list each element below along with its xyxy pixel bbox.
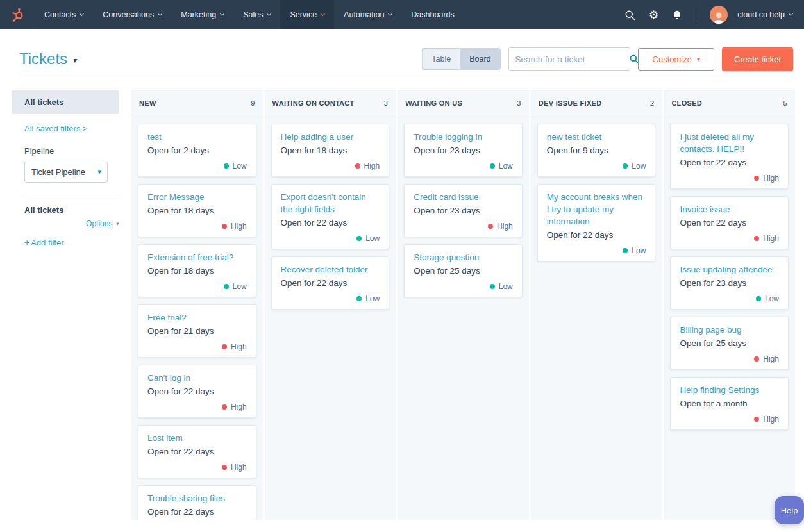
ticket-card[interactable]: Trouble sharing filesOpen for 22 daysHig… bbox=[138, 485, 256, 520]
ticket-title-link[interactable]: Credit card issue bbox=[414, 191, 513, 203]
search-input[interactable] bbox=[515, 54, 629, 64]
board-view-button[interactable]: Board bbox=[460, 49, 499, 69]
ticket-card[interactable]: Billing page bugOpen for 25 daysHigh bbox=[670, 317, 789, 370]
table-view-button[interactable]: Table bbox=[423, 49, 460, 69]
priority-dot-icon bbox=[224, 163, 229, 169]
nav-item-sales[interactable]: Sales bbox=[233, 0, 280, 29]
column-header: WAITING ON US3 bbox=[398, 91, 529, 115]
help-button[interactable]: Help bbox=[775, 496, 804, 524]
ticket-priority: Low bbox=[623, 246, 646, 255]
priority-dot-icon bbox=[754, 356, 759, 362]
ticket-title-link[interactable]: I just deleted all my contacts. HELP!! bbox=[680, 131, 779, 155]
board-column-dev-issue-fixed: DEV ISSUE FIXED2new test ticketOpen for … bbox=[531, 90, 662, 520]
column-name: WAITING ON US bbox=[405, 99, 462, 107]
column-header: CLOSED5 bbox=[664, 91, 795, 115]
customize-button[interactable]: Customize bbox=[638, 48, 714, 71]
ticket-title-link[interactable]: Help adding a user bbox=[281, 131, 380, 143]
priority-label: Low bbox=[365, 294, 380, 303]
ticket-title-link[interactable]: Lost item bbox=[147, 432, 247, 444]
ticket-title-link[interactable]: Billing page bug bbox=[680, 324, 779, 336]
hubspot-logo-icon[interactable] bbox=[0, 8, 35, 22]
ticket-open-duration: Open for 18 days bbox=[281, 144, 380, 156]
ticket-title-link[interactable]: Error Message bbox=[147, 191, 247, 203]
ticket-card[interactable]: new test ticketOpen for 9 daysLow bbox=[537, 124, 656, 177]
ticket-card[interactable]: Lost itemOpen for 22 daysHigh bbox=[138, 425, 256, 478]
ticket-card[interactable]: Storage questionOpen for 25 daysLow bbox=[404, 244, 523, 297]
account-menu[interactable]: cloud co help bbox=[737, 10, 792, 19]
priority-label: High bbox=[364, 162, 380, 170]
ticket-priority: High bbox=[222, 463, 247, 472]
page-title-dropdown[interactable]: Tickets bbox=[19, 50, 76, 68]
ticket-card[interactable]: Free trial?Open for 21 daysHigh bbox=[138, 304, 256, 358]
add-filter-link[interactable]: + Add filter bbox=[24, 237, 119, 247]
priority-label: Low bbox=[632, 162, 646, 170]
ticket-title-link[interactable]: Issue updating attendee bbox=[680, 263, 779, 276]
ticket-open-duration: Open for 22 days bbox=[547, 229, 646, 241]
settings-gear-icon[interactable]: ⚙ bbox=[649, 10, 658, 21]
pipeline-label: Pipeline bbox=[24, 146, 119, 156]
ticket-open-duration: Open for 25 days bbox=[680, 337, 779, 349]
ticket-card[interactable]: I just deleted all my contacts. HELP!!Op… bbox=[670, 124, 789, 189]
nav-item-dashboards[interactable]: Dashboards bbox=[401, 0, 464, 29]
priority-dot-icon bbox=[490, 163, 495, 169]
ticket-priority: High bbox=[222, 222, 247, 231]
column-count: 2 bbox=[650, 99, 654, 107]
all-saved-filters-link[interactable]: All saved filters > bbox=[24, 124, 119, 133]
ticket-title-link[interactable]: Storage question bbox=[414, 251, 513, 263]
ticket-card[interactable]: Trouble logging inOpen for 23 daysLow bbox=[404, 124, 523, 177]
ticket-card[interactable]: testOpen for 2 daysLow bbox=[138, 124, 256, 177]
ticket-card[interactable]: Help finding SettingsOpen for a monthHig… bbox=[670, 377, 789, 430]
pipeline-select[interactable]: Ticket Pipeline bbox=[24, 162, 108, 183]
ticket-card[interactable]: Export doesn't contain the right fieldsO… bbox=[271, 184, 390, 249]
sidebar-item-all-tickets[interactable]: All tickets bbox=[12, 90, 119, 114]
priority-label: High bbox=[763, 234, 779, 243]
filter-group-title: All tickets bbox=[24, 205, 119, 215]
ticket-priority: Low bbox=[756, 294, 779, 303]
ticket-card[interactable]: Issue updating attendeeOpen for 23 daysL… bbox=[670, 256, 789, 310]
create-ticket-button[interactable]: Create ticket bbox=[722, 47, 793, 71]
board-column-waiting-on-us: WAITING ON US3Trouble logging inOpen for… bbox=[398, 90, 529, 520]
ticket-title-link[interactable]: Help finding Settings bbox=[680, 384, 779, 396]
priority-dot-icon bbox=[754, 176, 759, 181]
ticket-card[interactable]: Extension of free trial?Open for 18 days… bbox=[138, 244, 256, 297]
ticket-card[interactable]: Help adding a userOpen for 18 daysHigh bbox=[271, 124, 390, 177]
priority-label: Low bbox=[233, 282, 247, 291]
nav-item-conversations[interactable]: Conversations bbox=[93, 0, 171, 29]
ticket-card[interactable]: Credit card issueOpen for 23 daysHigh bbox=[404, 184, 523, 237]
ticket-priority: Low bbox=[623, 162, 646, 170]
nav-item-contacts[interactable]: Contacts bbox=[35, 0, 93, 29]
top-nav: ContactsConversationsMarketingSalesServi… bbox=[0, 0, 804, 29]
priority-dot-icon bbox=[355, 163, 360, 169]
ticket-title-link[interactable]: Trouble logging in bbox=[414, 131, 513, 143]
column-cards: I just deleted all my contacts. HELP!!Op… bbox=[664, 115, 795, 438]
nav-item-automation[interactable]: Automation bbox=[334, 0, 401, 29]
priority-dot-icon bbox=[488, 224, 493, 229]
ticket-title-link[interactable]: Extension of free trial? bbox=[147, 251, 247, 263]
ticket-title-link[interactable]: Can't log in bbox=[147, 372, 247, 384]
ticket-card[interactable]: Can't log inOpen for 22 daysHigh bbox=[138, 365, 256, 418]
column-count: 3 bbox=[384, 99, 388, 107]
ticket-title-link[interactable]: Free trial? bbox=[147, 312, 247, 324]
user-avatar[interactable] bbox=[710, 6, 728, 24]
ticket-title-link[interactable]: new test ticket bbox=[547, 131, 646, 143]
ticket-title-link[interactable]: test bbox=[147, 131, 247, 143]
priority-dot-icon bbox=[222, 224, 227, 229]
ticket-title-link[interactable]: Recover deleted folder bbox=[281, 263, 380, 276]
ticket-card[interactable]: Invoice issueOpen for 22 daysHigh bbox=[670, 196, 789, 249]
column-name: WAITING ON CONTACT bbox=[272, 99, 355, 107]
notifications-bell-icon[interactable] bbox=[672, 10, 682, 21]
options-dropdown[interactable]: Options bbox=[86, 219, 119, 228]
priority-label: High bbox=[231, 463, 247, 472]
ticket-card[interactable]: Error MessageOpen for 18 daysHigh bbox=[138, 184, 256, 237]
nav-item-marketing[interactable]: Marketing bbox=[171, 0, 233, 29]
ticket-priority: Low bbox=[224, 162, 247, 170]
ticket-title-link[interactable]: Invoice issue bbox=[680, 203, 779, 215]
ticket-open-duration: Open for 22 days bbox=[680, 217, 779, 229]
search-icon[interactable] bbox=[624, 10, 635, 21]
ticket-title-link[interactable]: Export doesn't contain the right fields bbox=[281, 191, 380, 215]
ticket-card[interactable]: Recover deleted folderOpen for 22 daysLo… bbox=[271, 256, 390, 310]
nav-item-service[interactable]: Service bbox=[280, 0, 334, 29]
ticket-title-link[interactable]: My account breaks when I try to update m… bbox=[547, 191, 646, 228]
ticket-title-link[interactable]: Trouble sharing files bbox=[147, 492, 247, 504]
ticket-card[interactable]: My account breaks when I try to update m… bbox=[537, 184, 656, 262]
